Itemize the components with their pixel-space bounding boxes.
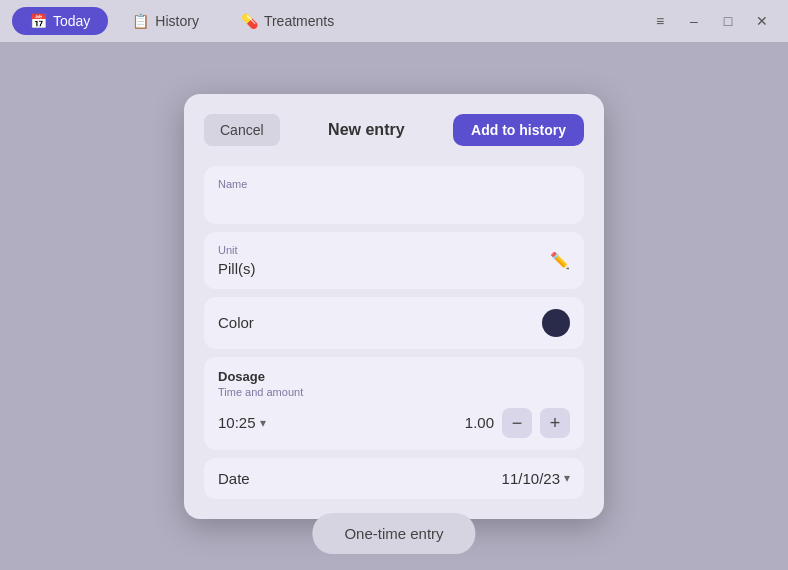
time-value: 10:25 [218, 414, 256, 431]
quantity-increase-button[interactable]: + [540, 408, 570, 438]
minimize-icon: – [690, 13, 698, 29]
name-label: Name [218, 178, 570, 190]
title-bar-tabs: 📅 Today 📋 History 💊 Treatments [12, 7, 352, 35]
main-area: Cancel New entry Add to history Name Uni… [0, 42, 788, 570]
date-picker[interactable]: 11/10/23 ▾ [502, 470, 570, 487]
tab-history[interactable]: 📋 History [114, 7, 217, 35]
unit-edit-icon[interactable]: ✏️ [550, 251, 570, 270]
bottom-area: One-time entry [312, 513, 475, 554]
unit-field-box: Unit Pill(s) ✏️ [204, 232, 584, 289]
color-picker[interactable] [542, 309, 570, 337]
menu-button[interactable]: ≡ [646, 7, 674, 35]
quantity-controls: 1.00 − + [458, 408, 570, 438]
modal-title: New entry [328, 121, 404, 139]
menu-icon: ≡ [656, 13, 664, 29]
date-value: 11/10/23 [502, 470, 560, 487]
date-label: Date [218, 470, 250, 487]
treatments-icon: 💊 [241, 13, 258, 29]
date-chevron-icon: ▾ [564, 471, 570, 485]
dosage-controls: 10:25 ▾ 1.00 − + [218, 408, 570, 438]
color-label: Color [218, 314, 254, 331]
tab-today-label: Today [53, 13, 90, 29]
color-field-box: Color [204, 297, 584, 349]
tab-today[interactable]: 📅 Today [12, 7, 108, 35]
unit-value: Pill(s) [218, 260, 256, 277]
window-controls: ≡ – □ ✕ [646, 7, 776, 35]
calendar-icon: 📅 [30, 13, 47, 29]
quantity-value: 1.00 [458, 414, 494, 431]
maximize-icon: □ [724, 13, 732, 29]
one-time-entry-button[interactable]: One-time entry [312, 513, 475, 554]
name-field-box: Name [204, 166, 584, 224]
dosage-title: Dosage [218, 369, 570, 384]
date-field-box: Date 11/10/23 ▾ [204, 458, 584, 499]
modal-header: Cancel New entry Add to history [204, 114, 584, 146]
name-input[interactable] [218, 194, 570, 211]
time-picker[interactable]: 10:25 ▾ [218, 414, 266, 431]
dosage-section: Dosage Time and amount 10:25 ▾ 1.00 − + [204, 357, 584, 450]
modal-dialog: Cancel New entry Add to history Name Uni… [184, 94, 604, 519]
maximize-button[interactable]: □ [714, 7, 742, 35]
unit-field-content: Unit Pill(s) [218, 244, 256, 277]
form-fields: Name Unit Pill(s) ✏️ Color Dosage Time a… [204, 166, 584, 499]
time-chevron-icon: ▾ [260, 416, 266, 430]
add-to-history-button[interactable]: Add to history [453, 114, 584, 146]
tab-history-label: History [155, 13, 199, 29]
cancel-button[interactable]: Cancel [204, 114, 280, 146]
unit-label: Unit [218, 244, 256, 256]
history-icon: 📋 [132, 13, 149, 29]
close-button[interactable]: ✕ [748, 7, 776, 35]
quantity-decrease-button[interactable]: − [502, 408, 532, 438]
minimize-button[interactable]: – [680, 7, 708, 35]
dosage-subtitle: Time and amount [218, 386, 570, 398]
tab-treatments-label: Treatments [264, 13, 334, 29]
close-icon: ✕ [756, 13, 768, 29]
title-bar: 📅 Today 📋 History 💊 Treatments ≡ – □ ✕ [0, 0, 788, 42]
tab-treatments[interactable]: 💊 Treatments [223, 7, 352, 35]
